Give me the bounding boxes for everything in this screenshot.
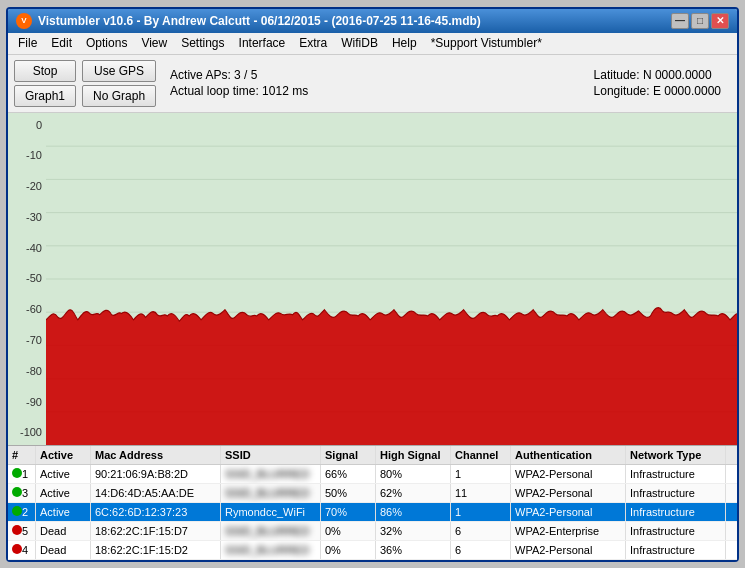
status-dot xyxy=(12,506,22,516)
menu-help[interactable]: Help xyxy=(386,34,423,52)
col-header-num: # xyxy=(8,446,36,464)
row-channel: 1 xyxy=(451,503,511,521)
row-high-signal: 80% xyxy=(376,465,451,483)
loop-time: Actual loop time: 1012 ms xyxy=(170,84,308,98)
table-row[interactable]: 1 Active 90:21:06:9A:B8:2D SSID_BLURRED … xyxy=(8,465,737,484)
gps-info: Latitude: N 0000.0000 Longitude: E 0000.… xyxy=(594,68,731,98)
row-ssid: Rymondcc_WiFi xyxy=(221,503,321,521)
row-high-signal: 32% xyxy=(376,522,451,540)
toolbar: Stop Graph1 Use GPS No Graph Active APs:… xyxy=(8,55,737,113)
row-network-type: Infrastructure xyxy=(626,465,726,483)
title-bar: V Vistumbler v10.6 - By Andrew Calcutt -… xyxy=(8,9,737,33)
row-channel: 6 xyxy=(451,541,511,559)
menu-support[interactable]: *Support Vistumbler* xyxy=(425,34,548,52)
menu-edit[interactable]: Edit xyxy=(45,34,78,52)
row-ssid: SSID_BLURRED xyxy=(221,465,321,483)
row-network-type: Infrastructure xyxy=(626,541,726,559)
table-row-selected[interactable]: 2 Active 6C:62:6D:12:37:23 Rymondcc_WiFi… xyxy=(8,503,737,522)
row-ssid: SSID_BLURRED xyxy=(221,522,321,540)
status-info: Active APs: 3 / 5 Actual loop time: 1012… xyxy=(170,68,308,98)
y-label-40: -40 xyxy=(8,242,42,254)
menu-settings[interactable]: Settings xyxy=(175,34,230,52)
row-channel: 6 xyxy=(451,522,511,540)
title-controls: — □ ✕ xyxy=(671,13,729,29)
menu-file[interactable]: File xyxy=(12,34,43,52)
close-button[interactable]: ✕ xyxy=(711,13,729,29)
row-auth: WPA2-Personal xyxy=(511,541,626,559)
latitude: Latitude: N 0000.0000 xyxy=(594,68,721,82)
row-num: 3 xyxy=(8,484,36,502)
row-auth: WPA2-Personal xyxy=(511,484,626,502)
window-title: Vistumbler v10.6 - By Andrew Calcutt - 0… xyxy=(38,14,481,28)
secondary-btn-group: Use GPS No Graph xyxy=(82,60,156,107)
menu-extra[interactable]: Extra xyxy=(293,34,333,52)
row-mac: 6C:62:6D:12:37:23 xyxy=(91,503,221,521)
chart-y-axis: 0 -10 -20 -30 -40 -50 -60 -70 -80 -90 -1… xyxy=(8,113,46,445)
row-mac: 18:62:2C:1F:15:D7 xyxy=(91,522,221,540)
y-label-10: -10 xyxy=(8,149,42,161)
row-num: 2 xyxy=(8,503,36,521)
longitude: Longitude: E 0000.0000 xyxy=(594,84,721,98)
signal-chart xyxy=(46,113,737,445)
row-active: Active xyxy=(36,484,91,502)
chart-area: 0 -10 -20 -30 -40 -50 -60 -70 -80 -90 -1… xyxy=(8,113,737,445)
status-dot xyxy=(12,525,22,535)
maximize-button[interactable]: □ xyxy=(691,13,709,29)
row-network-type: Infrastructure xyxy=(626,503,726,521)
row-auth: WPA2-Personal xyxy=(511,503,626,521)
y-label-30: -30 xyxy=(8,211,42,223)
table-header: # Active Mac Address SSID Signal High Si… xyxy=(8,446,737,465)
row-num: 5 xyxy=(8,522,36,540)
row-mac: 90:21:06:9A:B8:2D xyxy=(91,465,221,483)
row-mac: 18:62:2C:1F:15:D2 xyxy=(91,541,221,559)
row-ssid: SSID_BLURRED xyxy=(221,541,321,559)
y-label-100: -100 xyxy=(8,426,42,438)
row-network-type: Infrastructure xyxy=(626,484,726,502)
network-table: # Active Mac Address SSID Signal High Si… xyxy=(8,445,737,560)
col-header-auth: Authentication xyxy=(511,446,626,464)
status-dot xyxy=(12,468,22,478)
row-high-signal: 36% xyxy=(376,541,451,559)
table-row[interactable]: 4 Dead 18:62:2C:1F:15:D2 SSID_BLURRED 0%… xyxy=(8,541,737,560)
status-dot xyxy=(12,487,22,497)
col-header-high-signal: High Signal xyxy=(376,446,451,464)
y-label-70: -70 xyxy=(8,334,42,346)
minimize-button[interactable]: — xyxy=(671,13,689,29)
row-high-signal: 86% xyxy=(376,503,451,521)
menu-options[interactable]: Options xyxy=(80,34,133,52)
main-window: V Vistumbler v10.6 - By Andrew Calcutt -… xyxy=(6,7,739,562)
use-gps-button[interactable]: Use GPS xyxy=(82,60,156,82)
menu-bar: File Edit Options View Settings Interfac… xyxy=(8,33,737,55)
status-dot xyxy=(12,544,22,554)
row-channel: 11 xyxy=(451,484,511,502)
row-signal: 0% xyxy=(321,541,376,559)
y-label-60: -60 xyxy=(8,303,42,315)
menu-view[interactable]: View xyxy=(135,34,173,52)
menu-interface[interactable]: Interface xyxy=(233,34,292,52)
row-active: Dead xyxy=(36,541,91,559)
row-signal: 66% xyxy=(321,465,376,483)
table-row[interactable]: 5 Dead 18:62:2C:1F:15:D7 SSID_BLURRED 0%… xyxy=(8,522,737,541)
col-header-active: Active xyxy=(36,446,91,464)
y-label-0: 0 xyxy=(8,119,42,131)
row-channel: 1 xyxy=(451,465,511,483)
chart-canvas xyxy=(46,113,737,445)
row-active: Active xyxy=(36,465,91,483)
row-auth: WPA2-Personal xyxy=(511,465,626,483)
active-aps: Active APs: 3 / 5 xyxy=(170,68,308,82)
col-header-network-type: Network Type xyxy=(626,446,726,464)
row-signal: 50% xyxy=(321,484,376,502)
row-active: Active xyxy=(36,503,91,521)
col-header-ssid: SSID xyxy=(221,446,321,464)
row-high-signal: 62% xyxy=(376,484,451,502)
table-row[interactable]: 3 Active 14:D6:4D:A5:AA:DE SSID_BLURRED … xyxy=(8,484,737,503)
graph1-button[interactable]: Graph1 xyxy=(14,85,76,107)
row-active: Dead xyxy=(36,522,91,540)
y-label-50: -50 xyxy=(8,272,42,284)
no-graph-button[interactable]: No Graph xyxy=(82,85,156,107)
stop-button[interactable]: Stop xyxy=(14,60,76,82)
row-signal: 70% xyxy=(321,503,376,521)
menu-wifidb[interactable]: WifiDB xyxy=(335,34,384,52)
row-ssid: SSID_BLURRED xyxy=(221,484,321,502)
row-auth: WPA2-Enterprise xyxy=(511,522,626,540)
